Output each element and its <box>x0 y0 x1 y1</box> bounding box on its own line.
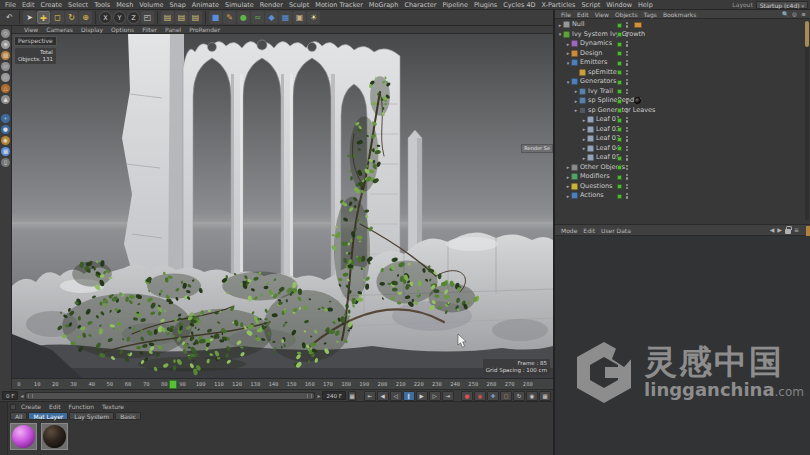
range-end-field[interactable]: 240 F <box>322 391 345 400</box>
tree-item-null[interactable]: ▸Null <box>555 20 810 30</box>
menu-x-particles[interactable]: X-Particles <box>539 0 579 10</box>
om-menu-file[interactable]: File <box>558 10 574 19</box>
menu-character[interactable]: Character <box>401 0 439 10</box>
history-back-icon[interactable]: ◀ <box>770 225 775 235</box>
visibility-dots[interactable] <box>626 155 629 161</box>
panel-grip-icon[interactable] <box>10 404 16 410</box>
timeline-playhead[interactable] <box>169 380 177 389</box>
y-axis-icon[interactable]: Y <box>113 11 126 24</box>
polygons-mode-icon[interactable]: ▲ <box>1 95 10 104</box>
list-icon[interactable]: ≡ <box>794 225 799 235</box>
search-icon[interactable]: 🔍 <box>782 11 789 18</box>
prev-frame-button[interactable]: ◁ <box>390 391 402 401</box>
mirror-tool-icon[interactable]: ▯ <box>1 158 10 167</box>
scale-tool-icon[interactable]: ◻ <box>51 11 64 24</box>
material-tab-lay-system[interactable]: Lay System <box>69 412 114 420</box>
menu-edit[interactable]: Edit <box>19 0 38 10</box>
tree-item-sp-generator-leaves[interactable]: ▸sp Generator Leaves <box>555 106 810 116</box>
menu-cycles-4d[interactable]: Cycles 4D <box>500 0 538 10</box>
burger-menu-icon[interactable]: ≡ <box>800 11 807 18</box>
visibility-dots[interactable] <box>626 174 629 180</box>
tree-item-leaf-05[interactable]: ▸Leaf 05 <box>555 153 810 163</box>
menu-render[interactable]: Render <box>257 0 286 10</box>
viewport-menu-display[interactable]: Display <box>77 26 107 34</box>
undo-icon[interactable]: ↶ <box>3 11 16 24</box>
menu-mograph[interactable]: MoGraph <box>366 0 402 10</box>
panel-edge-tab[interactable] <box>806 226 810 236</box>
visibility-dots[interactable] <box>626 136 629 142</box>
tree-item-modifiers[interactable]: ▸Modifiers <box>555 172 810 182</box>
snap-toggle-icon[interactable]: ◉ <box>1 136 10 145</box>
attr-menu-user-data[interactable]: User Data <box>598 227 634 234</box>
tree-item-other-objects[interactable]: ▸Other Objects <box>555 163 810 173</box>
enable-toggle[interactable] <box>617 127 622 132</box>
material-menu-create[interactable]: Create <box>18 403 44 410</box>
light-icon[interactable]: ☀ <box>307 11 320 24</box>
visibility-dots[interactable] <box>626 117 629 123</box>
scroll-right-icon[interactable]: ▸ <box>317 391 320 400</box>
camera-icon[interactable]: ▣ <box>293 11 306 24</box>
timeline-scrollbar[interactable] <box>25 392 315 400</box>
material-tab-basic[interactable]: Basic <box>115 412 141 420</box>
tree-item-leaf-04[interactable]: ▸Leaf 04 <box>555 144 810 154</box>
scroll-left-icon[interactable]: ◂ <box>20 391 23 400</box>
viewport-canvas[interactable]: Perspective Total Objects: 131 Frame : 8… <box>12 34 553 378</box>
menu-select[interactable]: Select <box>65 0 91 10</box>
render-queue-icon[interactable]: ▤ <box>189 11 202 24</box>
record-position-button[interactable]: ✚ <box>487 391 499 401</box>
attr-menu-mode[interactable]: Mode <box>558 227 580 234</box>
visibility-dots[interactable] <box>626 89 629 95</box>
visibility-dots[interactable] <box>626 108 629 114</box>
last-tool-icon[interactable]: ⊕ <box>79 11 92 24</box>
visibility-dots[interactable] <box>626 22 629 28</box>
add-spline-icon[interactable]: ≈ <box>251 11 264 24</box>
menu-tools[interactable]: Tools <box>91 0 113 10</box>
play-button[interactable]: ▶ <box>416 391 428 401</box>
pen-tool-icon[interactable]: ✎ <box>223 11 236 24</box>
enable-toggle[interactable] <box>617 108 622 113</box>
tree-item-ivy-system-ivy-growth[interactable]: ▾Ivy System Ivy Growth <box>555 30 810 40</box>
add-cube-icon[interactable]: ■ <box>209 11 222 24</box>
record-rotation-button[interactable]: ↻ <box>513 391 525 401</box>
viewport-menu-view[interactable]: View <box>20 26 42 34</box>
tree-item-design[interactable]: ▸Design <box>555 49 810 59</box>
texture-tag[interactable] <box>634 22 642 29</box>
array-icon[interactable]: ▦ <box>279 11 292 24</box>
filter-icon[interactable]: ◎ <box>791 11 798 18</box>
record-parameter-button[interactable]: ◉ <box>526 391 538 401</box>
texture-mode-icon[interactable]: ▨ <box>1 51 10 60</box>
tree-item-leaf-03[interactable]: ▸Leaf 03 <box>555 134 810 144</box>
tree-item-leaf-01[interactable]: ▸Leaf 01 <box>555 115 810 125</box>
history-forward-icon[interactable]: ▶ <box>777 225 782 235</box>
points-mode-icon[interactable]: ∴ <box>1 73 10 82</box>
model-mode-icon[interactable]: ◈ <box>1 40 10 49</box>
frame-all-icon[interactable]: ▦ <box>348 391 357 401</box>
visibility-dots[interactable] <box>626 79 629 85</box>
menu-pipeline[interactable]: Pipeline <box>439 0 470 10</box>
visibility-dots[interactable] <box>626 98 629 104</box>
visibility-dots[interactable] <box>626 184 629 190</box>
visibility-dots[interactable] <box>626 41 629 47</box>
edges-mode-icon[interactable]: △ <box>1 84 10 93</box>
menu-animate[interactable]: Animate <box>189 0 222 10</box>
rotate-tool-icon[interactable]: ↻ <box>65 11 78 24</box>
viewport-menu-panel[interactable]: Panel <box>161 26 185 34</box>
visibility-dots[interactable] <box>626 51 629 57</box>
menu-volume[interactable]: Volume <box>136 0 166 10</box>
enable-toggle[interactable] <box>617 118 622 123</box>
visibility-dots[interactable] <box>626 127 629 133</box>
om-menu-bookmarks[interactable]: Bookmarks <box>660 10 700 19</box>
layout-dropdown[interactable]: Startup (c4d) ▾ <box>756 1 808 9</box>
tree-item-generators[interactable]: ▾Generators <box>555 77 810 87</box>
enable-toggle[interactable] <box>617 99 622 104</box>
workplane-lock-icon[interactable]: ▦ <box>1 147 10 156</box>
lock-icon[interactable] <box>785 229 791 234</box>
record-keyframe-button[interactable]: ● <box>461 391 473 401</box>
menu-window[interactable]: Window <box>603 0 635 10</box>
enable-toggle[interactable] <box>617 194 622 199</box>
material-tab-all[interactable]: All <box>10 412 27 420</box>
render-view-icon[interactable]: ▤ <box>161 11 174 24</box>
om-menu-view[interactable]: View <box>592 10 612 19</box>
visibility-dots[interactable] <box>626 193 629 199</box>
coordinate-system-icon[interactable]: ◰ <box>141 11 154 24</box>
